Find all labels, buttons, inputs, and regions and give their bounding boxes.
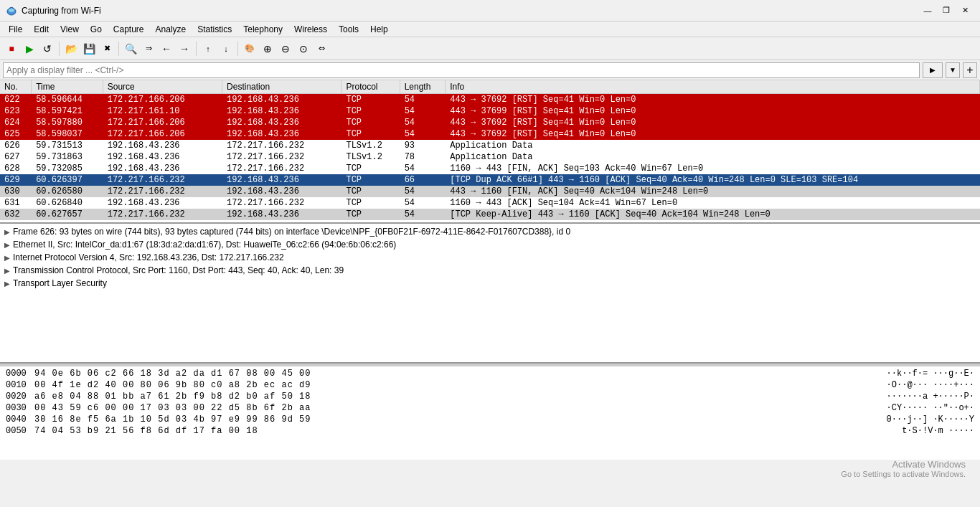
open-button[interactable]: 📂 [62, 40, 80, 57]
table-cell: 443 → 37699 [RST] Seq=41 Win=0 Len=0 [446, 105, 980, 117]
col-no[interactable]: No. [0, 80, 32, 94]
table-row[interactable]: 62759.731863192.168.43.236172.217.166.23… [0, 151, 980, 163]
activate-line1: Activate Windows [841, 459, 966, 470]
menu-item-statistics[interactable]: Statistics [192, 22, 237, 37]
packet-table: No. Time Source Destination Protocol Len… [0, 80, 980, 220]
menu-item-help[interactable]: Help [364, 22, 394, 37]
hex-ascii: ·······a +·····P· [887, 392, 974, 402]
table-cell: 58.598037 [32, 128, 103, 140]
table-cell: 622 [0, 94, 32, 106]
goto-packet-button[interactable]: ⇒ [140, 40, 157, 57]
menu-item-telephony[interactable]: Telephony [237, 22, 288, 37]
menu-item-file[interactable]: File [3, 22, 28, 37]
table-row[interactable]: 62659.731513192.168.43.236172.217.166.23… [0, 140, 980, 151]
filter-dropdown-button[interactable]: ▼ [946, 62, 960, 78]
table-cell: 629 [0, 174, 32, 186]
zoom-out-button[interactable]: ⊖ [277, 40, 294, 57]
maximize-button[interactable]: ❐ [937, 4, 956, 18]
col-time[interactable]: Time [32, 80, 103, 94]
table-cell: 627 [0, 151, 32, 163]
col-destination[interactable]: Destination [222, 80, 341, 94]
table-cell: 631 [0, 197, 32, 209]
menu-item-wireless[interactable]: Wireless [288, 22, 333, 37]
table-cell: 1160 → 443 [FIN, ACK] Seq=103 Ack=40 Win… [446, 163, 980, 174]
packet-detail[interactable]: ▶Frame 626: 93 bytes on wire (744 bits),… [0, 224, 980, 364]
packet-list[interactable]: No. Time Source Destination Protocol Len… [0, 80, 980, 224]
table-cell: 59.731863 [32, 151, 103, 163]
menu-item-tools[interactable]: Tools [333, 22, 364, 37]
table-cell: 59.731513 [32, 140, 103, 151]
filter-apply-button[interactable]: ▶ [923, 62, 943, 78]
table-row[interactable]: 63260.627657172.217.166.232192.168.43.23… [0, 209, 980, 220]
filter-input[interactable] [3, 62, 920, 78]
hex-offset: 0010 [6, 380, 34, 390]
window-controls: — ❐ ✕ [918, 4, 974, 18]
next-button[interactable]: → [176, 40, 193, 57]
separator-3 [196, 42, 197, 56]
table-row[interactable]: 62558.598037172.217.166.206192.168.43.23… [0, 128, 980, 140]
close-button[interactable]: ✕ [956, 4, 974, 18]
activate-windows-watermark: Activate Windows Go to Settings to activ… [841, 459, 966, 478]
table-cell: 192.168.43.236 [222, 174, 341, 186]
menu-bar: FileEditViewGoCaptureAnalyzeStatisticsTe… [0, 22, 980, 37]
scroll-last-button[interactable]: ↓ [217, 40, 235, 57]
restart-button[interactable]: ↺ [39, 40, 56, 57]
hex-dump[interactable]: 0000 94 0e 6b 06 c2 66 18 3d a2 da d1 67… [0, 366, 980, 460]
hex-bytes: 30 16 8e f5 6a 1b 10 5d 03 4b 97 e9 99 8… [34, 414, 878, 425]
table-row[interactable]: 62458.597880172.217.166.206192.168.43.23… [0, 117, 980, 128]
table-cell: 60.626397 [32, 174, 103, 186]
table-cell: 172.217.166.206 [103, 94, 222, 106]
table-row[interactable]: 62960.626397172.217.166.232192.168.43.23… [0, 174, 980, 186]
minimize-button[interactable]: — [918, 4, 937, 18]
resize-columns-button[interactable]: ⇔ [313, 40, 330, 57]
table-cell: 443 → 37692 [RST] Seq=41 Win=0 Len=0 [446, 94, 980, 106]
hex-row: 0000 94 0e 6b 06 c2 66 18 3d a2 da d1 67… [0, 368, 980, 379]
detail-row[interactable]: ▶Transport Layer Security [0, 277, 980, 290]
col-protocol[interactable]: Protocol [341, 80, 400, 94]
zoom-normal-button[interactable]: ⊙ [295, 40, 312, 57]
stop-button[interactable]: ■ [3, 40, 20, 57]
activate-line2: Go to Settings to activate Windows. [841, 470, 966, 478]
table-cell: 628 [0, 163, 32, 174]
table-cell: 626 [0, 140, 32, 151]
table-cell: 192.168.43.236 [222, 117, 341, 128]
table-cell: 172.217.166.232 [103, 186, 222, 197]
detail-row[interactable]: ▶Frame 626: 93 bytes on wire (744 bits),… [0, 225, 980, 238]
col-info[interactable]: Info [446, 80, 980, 94]
menu-item-edit[interactable]: Edit [28, 22, 55, 37]
table-row[interactable]: 62358.597421172.217.161.10192.168.43.236… [0, 105, 980, 117]
table-row[interactable]: 63160.626840192.168.43.236172.217.166.23… [0, 197, 980, 209]
table-cell: TCP [341, 186, 400, 197]
separator-4 [237, 42, 238, 56]
detail-row[interactable]: ▶Ethernet II, Src: IntelCor_da:d1:67 (18… [0, 238, 980, 251]
table-row[interactable]: 62859.732085192.168.43.236172.217.166.23… [0, 163, 980, 174]
menu-item-analyze[interactable]: Analyze [150, 22, 192, 37]
col-length[interactable]: Length [400, 80, 446, 94]
table-cell: 192.168.43.236 [222, 94, 341, 106]
col-source[interactable]: Source [103, 80, 222, 94]
filter-add-button[interactable]: + [963, 62, 977, 78]
menu-item-capture[interactable]: Capture [108, 22, 150, 37]
table-cell: 443 → 1160 [FIN, ACK] Seq=40 Ack=104 Win… [446, 186, 980, 197]
table-cell: 192.168.43.236 [103, 140, 222, 151]
prev-button[interactable]: ← [158, 40, 175, 57]
scroll-first-button[interactable]: ↑ [199, 40, 217, 57]
menu-item-go[interactable]: Go [85, 22, 108, 37]
hex-ascii: t·S·!V·m ····· [902, 426, 974, 436]
detail-row[interactable]: ▶Internet Protocol Version 4, Src: 192.1… [0, 251, 980, 264]
start-button[interactable]: ▶ [21, 40, 38, 57]
table-cell: 625 [0, 128, 32, 140]
zoom-in-button[interactable]: ⊕ [259, 40, 276, 57]
save-button[interactable]: 💾 [80, 40, 98, 57]
search-button[interactable]: 🔍 [122, 40, 139, 57]
table-cell: TCP [341, 128, 400, 140]
close-capture-button[interactable]: ✖ [98, 40, 116, 57]
table-cell: 1160 → 443 [ACK] Seq=104 Ack=41 Win=67 L… [446, 197, 980, 209]
detail-row[interactable]: ▶Transmission Control Protocol, Src Port… [0, 264, 980, 277]
table-row[interactable]: 62258.596644172.217.166.206192.168.43.23… [0, 94, 980, 106]
table-cell: 54 [400, 128, 446, 140]
table-cell: 78 [400, 151, 446, 163]
menu-item-view[interactable]: View [55, 22, 85, 37]
table-row[interactable]: 63060.626580172.217.166.232192.168.43.23… [0, 186, 980, 197]
colorize-button[interactable]: 🎨 [241, 40, 258, 57]
